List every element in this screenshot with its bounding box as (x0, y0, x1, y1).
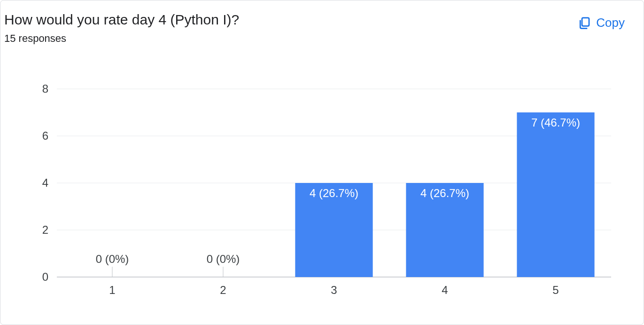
x-tick-label: 3 (331, 284, 337, 296)
bar (517, 112, 594, 277)
bar-chart: 024680 (0%)10 (0%)24 (26.7%)34 (26.7%)47… (29, 79, 621, 305)
x-tick-label: 1 (109, 284, 115, 296)
x-tick-label: 5 (552, 284, 559, 296)
x-tick-label: 2 (220, 284, 226, 296)
title-block: How would you rate day 4 (Python I)? 15 … (4, 12, 239, 45)
bar-value-label: 0 (0%) (207, 253, 240, 265)
y-tick-label: 2 (42, 223, 48, 236)
bar-value-label: 7 (46.7%) (531, 116, 580, 129)
y-tick-label: 6 (42, 129, 48, 142)
chart-card: How would you rate day 4 (Python I)? 15 … (0, 0, 644, 325)
y-tick-label: 0 (42, 270, 48, 283)
copy-icon (577, 16, 591, 30)
copy-button[interactable]: Copy (574, 14, 628, 32)
card-header: How would you rate day 4 (Python I)? 15 … (0, 0, 644, 45)
x-tick-label: 4 (442, 284, 448, 296)
responses-count: 15 responses (4, 32, 239, 45)
bar-value-label: 4 (26.7%) (310, 187, 358, 199)
y-tick-label: 8 (42, 82, 48, 95)
copy-label: Copy (596, 16, 625, 30)
bar-value-label: 4 (26.7%) (420, 187, 469, 199)
bar-value-label: 0 (0%) (96, 253, 129, 265)
question-title: How would you rate day 4 (Python I)? (4, 12, 239, 28)
chart-svg: 024680 (0%)10 (0%)24 (26.7%)34 (26.7%)47… (29, 79, 621, 305)
svg-rect-0 (582, 17, 589, 26)
y-tick-label: 4 (42, 176, 48, 189)
